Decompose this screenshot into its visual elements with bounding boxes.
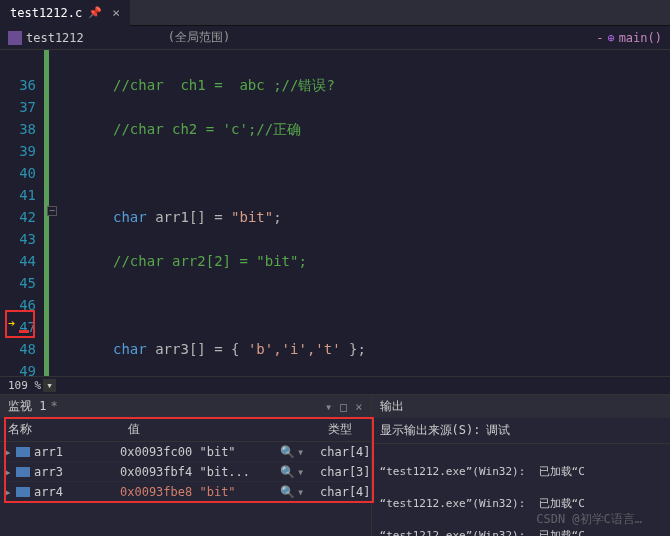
file-icon bbox=[8, 31, 22, 45]
zoom-row: 109 %▾ bbox=[0, 376, 670, 394]
close-icon[interactable]: × bbox=[355, 400, 362, 414]
expand-icon[interactable]: ▸ bbox=[0, 445, 16, 459]
file-tab[interactable]: test1212.c 📌 × bbox=[0, 0, 130, 26]
caret-marker bbox=[19, 330, 29, 333]
output-source-label: 显示输出来源(S): bbox=[380, 422, 481, 439]
watch-row[interactable]: ▸ arr3 0x0093fbf4 "bit... 🔍▾ char[3] bbox=[0, 462, 371, 482]
tab-strip: test1212.c 📌 × bbox=[0, 0, 670, 26]
code-editor[interactable]: ➔ 3637383940414243444546474849 − //char … bbox=[0, 50, 670, 376]
breadcrumb-func[interactable]: main() bbox=[619, 31, 662, 45]
chevron-down-icon[interactable]: ▾ bbox=[297, 465, 304, 479]
var-icon bbox=[16, 467, 30, 477]
search-icon[interactable]: 🔍 bbox=[280, 445, 295, 459]
search-icon[interactable]: 🔍 bbox=[280, 485, 295, 499]
search-icon[interactable]: 🔍 bbox=[280, 465, 295, 479]
dropdown-icon[interactable]: ▾ bbox=[325, 400, 332, 414]
star-icon: * bbox=[50, 399, 57, 413]
var-icon bbox=[16, 487, 30, 497]
expand-icon[interactable]: ▸ bbox=[0, 465, 16, 479]
output-title: 输出 bbox=[380, 398, 404, 415]
watch-header: 名称 值 类型 bbox=[0, 418, 371, 442]
watch-row[interactable]: ▸ arr1 0x0093fc00 "bit" 🔍▾ char[4] bbox=[0, 442, 371, 462]
zoom-level[interactable]: 109 % bbox=[8, 379, 41, 392]
execution-arrow-icon: ➔ bbox=[8, 316, 15, 330]
function-icon: ⊕ bbox=[607, 31, 614, 45]
panel-title: 监视 1 bbox=[8, 399, 46, 413]
watch-row[interactable]: ▸ arr4 0x0093fbe8 "bit" 🔍▾ char[4] bbox=[0, 482, 371, 502]
chevron-down-icon[interactable]: ▾ bbox=[297, 445, 304, 459]
maximize-icon[interactable]: □ bbox=[340, 400, 347, 414]
chevron-down-icon[interactable]: ▾ bbox=[297, 485, 304, 499]
expand-icon[interactable]: ▸ bbox=[0, 485, 16, 499]
tab-label: test1212.c bbox=[10, 6, 82, 20]
zoom-dropdown-icon[interactable]: ▾ bbox=[43, 379, 56, 392]
breadcrumb-file[interactable]: test1212 bbox=[26, 31, 84, 45]
watermark: CSDN @初学C语言… bbox=[536, 511, 642, 528]
var-icon bbox=[16, 447, 30, 457]
fold-icon[interactable]: − bbox=[47, 206, 57, 216]
breadcrumb: test1212 (全局范围) - ⊕ main() bbox=[0, 26, 670, 50]
close-icon[interactable]: × bbox=[112, 5, 120, 20]
output-source-value[interactable]: 调试 bbox=[486, 422, 510, 439]
pin-icon[interactable]: 📌 bbox=[88, 6, 102, 19]
watch-panel: 监视 1* ▾□× 名称 值 类型 ▸ arr1 0x0093fc00 "bit… bbox=[0, 395, 372, 536]
code-area[interactable]: //char ch1 = abc ;//错误? //char ch2 = 'c'… bbox=[55, 50, 670, 376]
scope-selector[interactable]: (全局范围) bbox=[168, 29, 230, 46]
